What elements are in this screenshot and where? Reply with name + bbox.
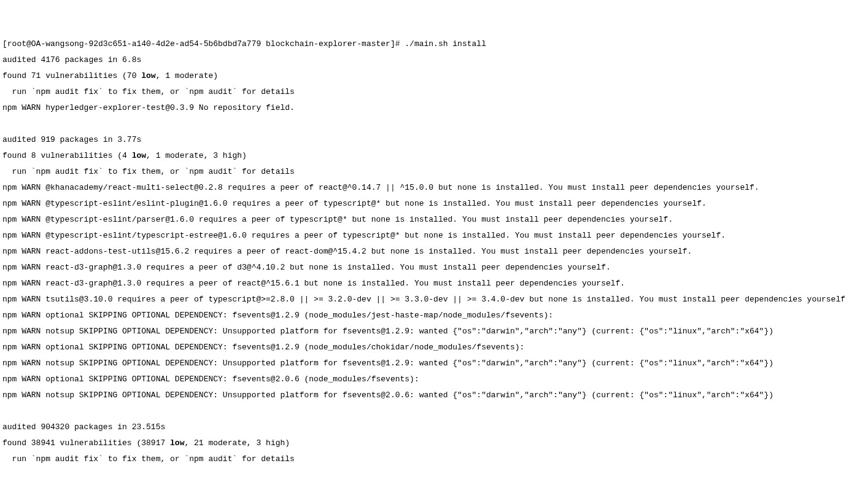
severity-low: low [132,151,146,160]
severity-low: low [170,438,184,448]
term-line: run `npm audit fix` to fix them, or `npm… [2,168,866,176]
term-line [2,407,866,415]
term-line: npm WARN @typescript-eslint/eslint-plugi… [2,200,866,208]
term-line: run `npm audit fix` to fix them, or `npm… [2,455,866,463]
term-line: found 71 vulnerabilities (70 low, 1 mode… [2,72,866,80]
term-line [2,471,866,479]
term-line: npm WARN tsutils@3.10.0 requires a peer … [2,295,866,303]
term-line: npm WARN @khanacademy/react-multi-select… [2,184,866,192]
term-line: npm WARN hyperledger-explorer-test@0.3.9… [2,104,866,112]
term-line: npm WARN @typescript-eslint/typescript-e… [2,231,866,239]
term-line: [root@OA-wangsong-92d3c651-a140-4d2e-ad5… [2,40,866,48]
severity-low: low [141,71,155,80]
term-line: npm WARN react-addons-test-utils@15.6.2 … [2,247,866,255]
term-line [2,120,866,128]
term-line: npm WARN notsup SKIPPING OPTIONAL DEPEND… [2,359,866,367]
term-line: npm WARN react-d3-graph@1.3.0 requires a… [2,263,866,271]
term-line: npm WARN optional SKIPPING OPTIONAL DEPE… [2,311,866,319]
term-line: npm WARN optional SKIPPING OPTIONAL DEPE… [2,375,866,383]
term-line: found 8 vulnerabilities (4 low, 1 modera… [2,152,866,160]
term-line: npm WARN notsup SKIPPING OPTIONAL DEPEND… [2,327,866,335]
term-line: audited 904320 packages in 23.515s [2,423,866,431]
term-line: npm WARN notsup SKIPPING OPTIONAL DEPEND… [2,391,866,399]
term-line: npm WARN react-d3-graph@1.3.0 requires a… [2,279,866,287]
term-line: audited 919 packages in 3.77s [2,136,866,144]
term-line: audited 4176 packages in 6.8s [2,56,866,64]
term-line: npm WARN @typescript-eslint/parser@1.6.0… [2,216,866,224]
terminal-output: [root@OA-wangsong-92d3c651-a140-4d2e-ad5… [2,32,866,482]
term-line: run `npm audit fix` to fix them, or `npm… [2,88,866,96]
term-line: found 38941 vulnerabilities (38917 low, … [2,439,866,447]
term-line: npm WARN optional SKIPPING OPTIONAL DEPE… [2,343,866,351]
